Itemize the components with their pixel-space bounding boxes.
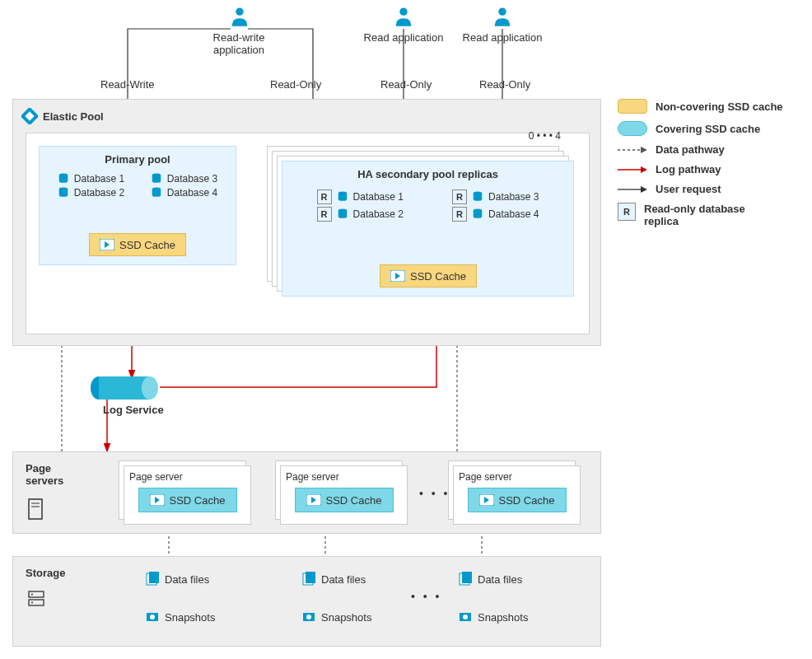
storage-icon [27,590,45,608]
secondary-db-1: RDatabase 1 [317,189,404,204]
log-service-label: Log Service [103,404,164,416]
legend-label: Read-only database replica [644,203,745,227]
user-readwrite [228,5,251,28]
snapshots-label: Snapshots [165,611,215,624]
legend-black-arrow [618,185,647,194]
legend-label: Covering SSD cache [656,123,760,135]
user-icon [491,5,514,28]
legend-swatch-yellow [618,99,647,114]
legend-dotted-arrow [618,145,647,155]
r-badge: R [452,207,467,222]
svg-point-35 [306,615,311,619]
database-icon [472,191,483,203]
database-icon [472,208,483,220]
legend-data-pathway: Data pathway [618,143,803,156]
page-servers-container: Page servers Page server SSD Cache Page … [12,451,601,534]
page-server-1: Page server SSD Cache [124,465,251,525]
server-icon [27,498,44,521]
user-read2 [491,5,514,28]
svg-point-26 [31,594,33,596]
svg-point-0 [236,8,243,16]
elastic-pool-icon [21,108,38,124]
snapshots-icon [145,610,160,624]
r-badge: R [452,189,467,204]
svg-point-31 [150,615,155,619]
r-badge: R [317,189,332,204]
user-read1 [392,5,415,28]
secondary-db-3: RDatabase 3 [452,189,539,204]
svg-point-27 [31,602,33,604]
storage-col-3: Data files Snapshots [458,569,528,627]
data-files-icon [301,572,316,587]
secondary-ssd-cache: SSD Cache [380,264,477,287]
ssd-icon [306,494,321,506]
primary-pool: Primary pool Database 1 Database 2 Datab… [39,146,236,265]
page-server-3: Page server SSD Cache [453,465,581,525]
database-icon [337,208,348,220]
legend-swatch-cyan [618,121,647,136]
ssd-icon [150,494,165,506]
secondary-pool-stack: 0 • • • 4 HA secondary pool replicas RDa… [267,133,576,298]
database-icon [151,173,162,185]
storage-container: Storage Data files Snapshots Data files … [12,556,601,647]
secondary-db-2: RDatabase 2 [317,207,404,222]
page-server-label: Page server [286,471,402,483]
primary-db-1: Database 1 [58,173,124,185]
arrow-label-readonly2: Read-Only [380,78,432,91]
ssd-label: SSD Cache [410,270,466,283]
user-read1-label: Read application [362,31,445,44]
user-icon [392,5,415,28]
data-files-row: Data files [458,572,528,587]
legend-readonly-replica: R Read-only database replica [618,203,803,227]
data-files-row: Data files [301,572,371,587]
data-files-icon [458,572,473,587]
ssd-icon [479,494,494,506]
database-icon [58,173,69,185]
arrow-label-readonly1: Read-Only [270,78,321,91]
database-icon [151,187,162,199]
elastic-pool-header: Elastic Pool [21,108,104,124]
svg-rect-29 [149,572,159,583]
page-server-2: Page server SSD Cache [280,465,408,525]
db-label: Database 3 [167,173,217,185]
page-server-label: Page server [129,471,245,483]
secondary-pool-title: HA secondary pool replicas [282,161,573,180]
data-files-label: Data files [478,573,522,586]
legend-label: User request [656,183,721,195]
primary-db-4: Database 4 [151,187,217,199]
storage-title: Storage [26,567,65,579]
legend-non-covering: Non-covering SSD cache [618,99,803,114]
db-label: Database 2 [353,208,404,220]
secondary-db-4: RDatabase 4 [452,207,539,222]
arrow-label-readwrite: Read-Write [100,78,155,91]
data-files-label: Data files [321,573,366,586]
arrow-label-readonly3: Read-Only [479,78,530,91]
snapshots-icon [301,610,316,624]
data-files-label: Data files [165,573,209,586]
ssd-label: SSD Cache [499,494,555,507]
legend-r-badge: R [618,203,636,221]
page-server-cache-1: SSD Cache [138,488,237,512]
log-service-icon [89,375,160,401]
legend-label: Non-covering SSD cache [656,100,783,113]
db-label: Database 4 [167,187,217,199]
ssd-icon [100,239,114,250]
svg-rect-24 [29,591,44,597]
db-label: Database 2 [74,187,124,199]
user-readwrite-label: Read-write application [198,31,280,56]
user-read2-label: Read application [461,31,544,44]
svg-point-17 [142,376,158,400]
data-files-row: Data files [145,572,215,587]
elastic-pool-inner: Primary pool Database 1 Database 2 Datab… [26,133,590,334]
svg-rect-18 [29,499,42,519]
svg-rect-37 [462,572,472,583]
primary-pool-title: Primary pool [40,147,236,166]
database-icon [337,191,348,203]
svg-point-1 [399,8,407,16]
database-icon [58,187,69,199]
snapshots-row: Snapshots [458,610,528,624]
data-files-icon [145,572,160,587]
r-badge: R [317,207,332,222]
primary-db-3: Database 3 [151,173,217,185]
primary-db-2: Database 2 [58,187,124,199]
